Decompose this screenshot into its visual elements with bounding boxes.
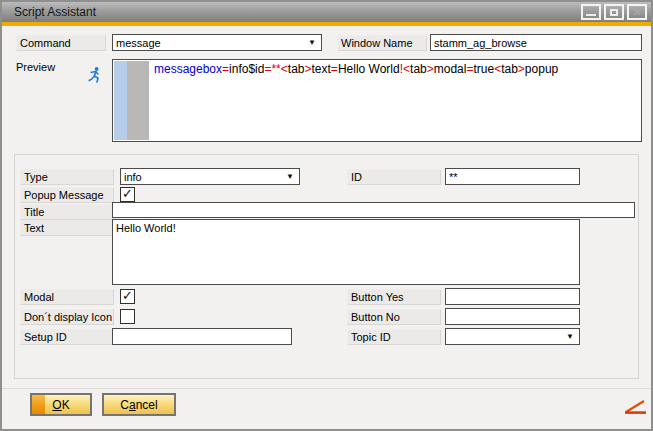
- maximize-icon: [610, 9, 618, 16]
- title-label: Title: [20, 204, 114, 220]
- chevron-down-icon: ▼: [566, 332, 574, 341]
- close-icon: ✕: [632, 7, 641, 18]
- command-select-value: message: [116, 37, 308, 49]
- window-name-label: Window Name: [337, 35, 427, 51]
- button-yes-input[interactable]: [445, 288, 580, 305]
- close-button[interactable]: ✕: [627, 4, 647, 20]
- type-label: Type: [20, 169, 114, 185]
- script-assistant-dialog: Script Assistant ✕ Command message ▼ Win…: [0, 0, 653, 431]
- minimize-button[interactable]: [581, 4, 601, 20]
- text-label: Text: [20, 220, 114, 236]
- popup-message-checkbox[interactable]: ✓: [120, 187, 135, 202]
- check-icon: ✓: [122, 289, 133, 302]
- preview-area[interactable]: messagebox=info$id=**<tab>text=Hello Wor…: [112, 59, 642, 142]
- modal-checkbox[interactable]: ✓: [120, 289, 135, 304]
- modal-label: Modal: [20, 289, 114, 305]
- popup-message-label: Popup Message: [20, 187, 114, 203]
- chevron-down-icon: ▼: [286, 172, 294, 181]
- topic-id-label: Topic ID: [347, 329, 441, 345]
- command-select[interactable]: message ▼: [112, 34, 322, 51]
- minimize-icon: [586, 14, 596, 16]
- id-input[interactable]: [445, 168, 580, 185]
- chevron-down-icon: ▼: [308, 38, 316, 47]
- run-icon[interactable]: [86, 66, 104, 86]
- titlebar[interactable]: Script Assistant: [2, 2, 651, 22]
- ok-button[interactable]: OK: [30, 393, 92, 416]
- button-no-label: Button No: [347, 309, 441, 325]
- default-button-strip: [32, 395, 45, 414]
- setup-id-input[interactable]: [112, 328, 292, 345]
- window-name-input[interactable]: [430, 34, 642, 51]
- topic-id-select[interactable]: ▼: [445, 328, 580, 345]
- angle-resize-icon[interactable]: [622, 397, 650, 416]
- type-select-value: info: [124, 171, 286, 183]
- id-label: ID: [347, 169, 441, 185]
- preview-code: messagebox=info$id=**<tab>text=Hello Wor…: [154, 62, 637, 77]
- command-label: Command: [16, 35, 106, 51]
- setup-id-label: Setup ID: [20, 329, 114, 345]
- title-input[interactable]: [112, 202, 635, 218]
- footer-separator: [2, 388, 651, 389]
- dont-display-icon-label: Don´t display Icon: [20, 309, 114, 325]
- maximize-button[interactable]: [604, 4, 624, 20]
- window-controls: ✕: [581, 4, 647, 20]
- preview-label: Preview: [16, 61, 55, 73]
- check-icon: ✓: [122, 187, 133, 200]
- accent-bar: [2, 22, 651, 26]
- type-select[interactable]: info ▼: [120, 168, 300, 185]
- button-yes-label: Button Yes: [347, 289, 441, 305]
- dont-display-icon-checkbox[interactable]: [120, 309, 135, 324]
- window-title: Script Assistant: [14, 5, 96, 19]
- cancel-button[interactable]: Cancel: [102, 393, 176, 416]
- preview-gutter-blue: [114, 61, 127, 140]
- button-no-input[interactable]: [445, 308, 580, 325]
- text-input[interactable]: Hello World!: [112, 219, 580, 285]
- preview-gutter-gray: [127, 61, 149, 140]
